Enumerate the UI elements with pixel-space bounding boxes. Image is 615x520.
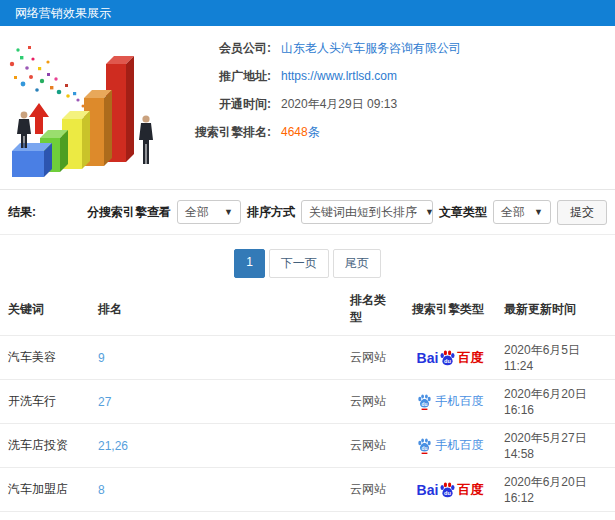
rank-cell[interactable]: 27 [90, 380, 342, 424]
article-type-select[interactable]: 全部 ▼ [493, 200, 551, 224]
table-row: 加盟洗车店25,28,28云网站du手机百度2020年6月20日 16:11 [0, 512, 615, 520]
updated-cell: 2020年6月20日 16:12 [496, 468, 615, 512]
sort-value: 关键词由短到长排序 [309, 204, 417, 221]
company-link[interactable]: 山东老人头汽车服务咨询有限公司 [281, 41, 461, 55]
keyword-cell: 洗车店投资 [0, 424, 90, 468]
chevron-down-icon: ▼ [224, 207, 233, 217]
rank-type-cell: 云网站 [342, 380, 404, 424]
svg-text:du: du [444, 489, 451, 495]
keyword-cell: 开洗车行 [0, 380, 90, 424]
next-page-button[interactable]: 下一页 [269, 249, 329, 278]
engine-filter-value: 全部 [185, 204, 209, 221]
page-title: 网络营销效果展示 [15, 5, 111, 22]
baidu-logo: Baidu百度 [417, 481, 484, 499]
rank-cell[interactable]: 9 [90, 336, 342, 380]
mobile-baidu-paw-icon: du [417, 394, 432, 410]
engine-cell: du手机百度 [404, 380, 496, 424]
rank-cell[interactable]: 21,26 [90, 424, 342, 468]
updated-cell: 2020年6月20日 16:16 [496, 380, 615, 424]
chevron-down-icon: ▼ [425, 207, 434, 217]
page: 网络营销效果展示 [0, 0, 615, 520]
ranking-count-value: 4648 [281, 125, 308, 139]
member-info-fields: 会员公司: 山东老人头汽车服务咨询有限公司 推广地址: https://www.… [183, 26, 461, 189]
app-header: 网络营销效果展示 [0, 0, 615, 26]
sort-label: 排序方式 [247, 204, 295, 221]
engine-filter-label: 分搜索引擎查看 [87, 204, 171, 221]
promo-url-label: 推广地址: [183, 67, 271, 86]
filter-bar: 结果: 分搜索引擎查看 全部 ▼ 排序方式 关键词由短到长排序 ▼ 文章类型 全… [0, 189, 615, 235]
confetti-dots [10, 46, 85, 108]
rank-type-cell: 云网站 [342, 512, 404, 520]
filter-controls: 分搜索引擎查看 全部 ▼ 排序方式 关键词由短到长排序 ▼ 文章类型 全部 ▼ … [87, 200, 607, 225]
bar-chart-image [0, 26, 183, 189]
chevron-down-icon: ▼ [534, 207, 543, 217]
engine-cell: Baidu百度 [404, 336, 496, 380]
rank-type-cell: 云网站 [342, 336, 404, 380]
pagination: 1 下一页 尾页 [0, 249, 615, 278]
table-row: 开洗车行27云网站du手机百度2020年6月20日 16:16 [0, 380, 615, 424]
svg-text:du: du [444, 357, 451, 363]
header-keyword: 关键词 [0, 284, 90, 336]
keyword-cell: 汽车美容 [0, 336, 90, 380]
engine-cell: du手机百度 [404, 424, 496, 468]
field-promo-url: 推广地址: https://www.lrtlsd.com [183, 67, 461, 86]
sort-select[interactable]: 关键词由短到长排序 ▼ [301, 200, 433, 224]
table-row: 汽车加盟店8云网站Baidu百度2020年6月20日 16:12 [0, 468, 615, 512]
rank-cell[interactable]: 25,28,28 [90, 512, 342, 520]
open-time-label: 开通时间: [183, 95, 271, 114]
table-row: 汽车美容9云网站Baidu百度2020年6月5日 11:24 [0, 336, 615, 380]
bar-chart-illustration [0, 26, 183, 189]
baidu-paw-icon: du [439, 482, 456, 498]
updated-cell: 2020年6月5日 11:24 [496, 336, 615, 380]
header-updated: 最新更新时间 [496, 284, 615, 336]
field-ranking-count: 搜索引擎排名: 4648条 [183, 123, 461, 142]
header-engine-type: 搜索引擎类型 [404, 284, 496, 336]
rank-cell[interactable]: 8 [90, 468, 342, 512]
engine-filter-select[interactable]: 全部 ▼ [177, 200, 241, 224]
article-type-label: 文章类型 [439, 204, 487, 221]
bar-blue [12, 143, 52, 177]
engine-cell: du手机百度 [404, 512, 496, 520]
baidu-paw-icon: du [439, 350, 456, 366]
promo-url-link[interactable]: https://www.lrtlsd.com [281, 69, 397, 83]
keyword-cell: 汽车加盟店 [0, 468, 90, 512]
rank-type-cell: 云网站 [342, 468, 404, 512]
page-button-1[interactable]: 1 [234, 249, 265, 278]
rank-type-cell: 云网站 [342, 424, 404, 468]
businessman-right [139, 115, 153, 164]
table-header-row: 关键词 排名 排名类型 搜索引擎类型 最新更新时间 [0, 284, 615, 336]
mobile-baidu-logo: du手机百度 [417, 393, 484, 410]
updated-cell: 2020年5月27日 14:58 [496, 424, 615, 468]
table-row: 洗车店投资21,26云网站du手机百度2020年5月27日 14:58 [0, 424, 615, 468]
svg-text:du: du [421, 401, 427, 406]
header-rank-type: 排名类型 [342, 284, 404, 336]
info-section: 会员公司: 山东老人头汽车服务咨询有限公司 推广地址: https://www.… [0, 26, 615, 189]
article-type-value: 全部 [501, 204, 525, 221]
ranking-count-unit: 条 [308, 125, 320, 139]
field-company: 会员公司: 山东老人头汽车服务咨询有限公司 [183, 39, 461, 58]
engine-cell: Baidu百度 [404, 468, 496, 512]
company-label: 会员公司: [183, 39, 271, 58]
mobile-baidu-logo: du手机百度 [417, 437, 484, 454]
table-body: 汽车美容9云网站Baidu百度2020年6月5日 11:24开洗车行27云网站d… [0, 336, 615, 520]
results-table: 关键词 排名 排名类型 搜索引擎类型 最新更新时间 汽车美容9云网站Baidu百… [0, 284, 615, 520]
updated-cell: 2020年6月20日 16:11 [496, 512, 615, 520]
last-page-button[interactable]: 尾页 [333, 249, 381, 278]
header-rank: 排名 [90, 284, 342, 336]
baidu-logo: Baidu百度 [417, 349, 484, 367]
open-time-value: 2020年4月29日 09:13 [281, 95, 397, 114]
up-arrow-icon [29, 103, 49, 134]
keyword-cell: 加盟洗车店 [0, 512, 90, 520]
result-label: 结果: [8, 204, 36, 221]
svg-text:du: du [421, 445, 427, 450]
submit-button[interactable]: 提交 [557, 200, 607, 225]
mobile-baidu-paw-icon: du [417, 438, 432, 454]
field-open-time: 开通时间: 2020年4月29日 09:13 [183, 95, 461, 114]
businessman-left [17, 112, 31, 148]
ranking-count-label: 搜索引擎排名: [183, 123, 271, 142]
